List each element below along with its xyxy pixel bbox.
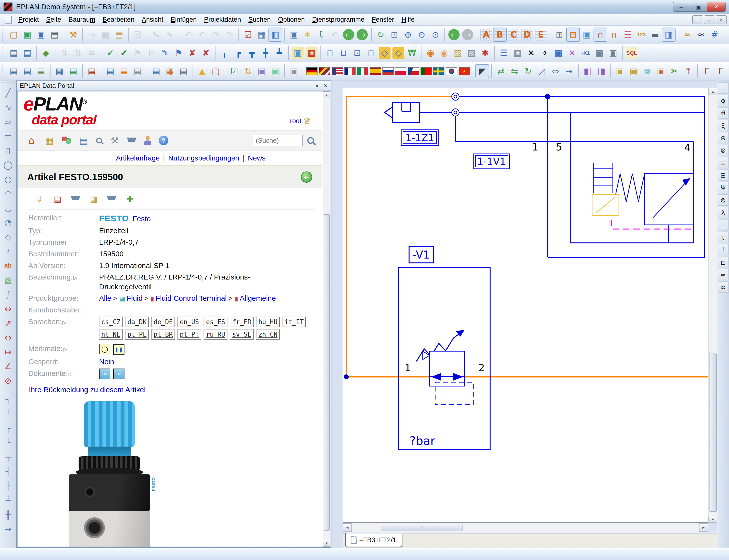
signal-lines-2-icon[interactable]: ≈ bbox=[694, 28, 708, 42]
search-parts-icon[interactable] bbox=[96, 138, 102, 143]
expand-icon[interactable]: ▷ bbox=[73, 275, 77, 281]
language-french-flag-icon[interactable] bbox=[344, 67, 355, 75]
edit-properties-icon[interactable]: ✎ bbox=[158, 46, 172, 60]
search-icon[interactable] bbox=[307, 137, 314, 144]
list-view-icon[interactable]: ☰ bbox=[497, 46, 511, 60]
connection-branch-3-icon[interactable]: ├ bbox=[1, 479, 15, 493]
new-page-icon[interactable]: ✶ bbox=[301, 28, 314, 42]
close-project-icon[interactable]: ▣ bbox=[34, 28, 48, 42]
portal-settings-icon[interactable]: ⚒ bbox=[109, 135, 120, 146]
insert-text-icon[interactable]: ab bbox=[1, 259, 15, 272]
menu-projektdaten[interactable]: Projektdaten bbox=[200, 15, 245, 25]
product-group-link[interactable]: Fluid Control Terminal bbox=[156, 294, 227, 302]
silencer-symbol-1z1[interactable] bbox=[385, 102, 419, 122]
macro-box-1-icon[interactable]: ▣ bbox=[593, 46, 606, 60]
expand-icon[interactable]: ▷ bbox=[69, 371, 72, 377]
close-document-button[interactable]: × bbox=[716, 15, 727, 24]
check-page-icon[interactable]: ☑ bbox=[241, 28, 255, 42]
connection-list-1-icon[interactable]: ▤ bbox=[103, 64, 117, 78]
attribute-round-icon[interactable]: ◯ bbox=[99, 344, 110, 354]
connection-t-down-icon[interactable]: ┳ bbox=[245, 46, 259, 60]
user-account-icon[interactable] bbox=[143, 136, 152, 145]
workspace-d-icon[interactable]: D bbox=[520, 28, 534, 42]
dimension-aligned-icon[interactable]: ↗ bbox=[1, 316, 15, 330]
rail-junction-dot[interactable] bbox=[344, 374, 349, 379]
language-button-pt_BR[interactable]: pt_BR bbox=[151, 329, 175, 340]
connection-cross-icon[interactable]: ╋ bbox=[259, 46, 272, 60]
menu-seite[interactable]: Seite bbox=[42, 15, 65, 25]
language-spanish-flag-icon[interactable] bbox=[370, 67, 381, 75]
signal-lines-1-icon[interactable]: ≈ bbox=[680, 28, 694, 42]
warning-list-icon[interactable]: ▲ bbox=[195, 64, 209, 78]
dimension-radius-icon[interactable]: ⊘ bbox=[1, 374, 15, 388]
product-navigator-icon[interactable] bbox=[61, 136, 71, 145]
connection-branch-1-icon[interactable]: ┬ bbox=[1, 450, 15, 464]
workspace-b-icon[interactable]: B bbox=[493, 28, 507, 42]
insert-symbol-multi-3-icon[interactable]: ⊡ bbox=[350, 46, 364, 60]
zoom-in-icon[interactable]: ⊕ bbox=[401, 28, 415, 42]
print-icon[interactable]: ▤ bbox=[48, 28, 61, 42]
cart-plus-icon[interactable] bbox=[106, 193, 117, 204]
page-navigator-icon[interactable]: ▣ bbox=[287, 28, 301, 42]
plug-1-icon[interactable]: ◉ bbox=[424, 46, 437, 60]
paste-icon[interactable]: ▤ bbox=[112, 28, 126, 42]
draw-arc-icon[interactable]: ◠ bbox=[1, 187, 15, 200]
scroll-down-button[interactable]: ▼ bbox=[323, 540, 330, 547]
insert-manifold-symbol-icon[interactable]: ≡ bbox=[718, 157, 729, 168]
toolbar-grip[interactable] bbox=[2, 65, 4, 78]
window-preview-icon[interactable]: ▥ bbox=[662, 28, 676, 42]
grid-display-icon[interactable]: ⊞ bbox=[553, 28, 566, 42]
check-project-icon[interactable]: ✔ bbox=[103, 46, 117, 60]
connection-branch-4-icon[interactable]: ┴ bbox=[1, 493, 15, 507]
menu-einfügen[interactable]: Einfügen bbox=[167, 15, 200, 25]
new-project-icon[interactable]: ▢ bbox=[7, 28, 20, 42]
cable-list-icon[interactable]: ▤ bbox=[85, 64, 99, 78]
overlap-violet-1-icon[interactable]: ◧ bbox=[581, 64, 595, 78]
connection-cross-full-icon[interactable]: ╋ bbox=[1, 508, 15, 521]
revision-box-icon[interactable]: ▢ bbox=[209, 64, 222, 78]
portal-link-news[interactable]: News bbox=[248, 154, 265, 162]
panel-close-icon[interactable]: ✕ bbox=[323, 83, 328, 89]
minimize-document-button[interactable]: – bbox=[692, 15, 703, 24]
previous-page-icon[interactable]: ← bbox=[342, 28, 355, 42]
group-objects-icon[interactable]: ▣ bbox=[613, 64, 627, 78]
object-snap-icon[interactable]: ∩ bbox=[594, 28, 607, 42]
device-tag-1v1[interactable]: 1-1V1 bbox=[474, 154, 510, 169]
device-tag-v1[interactable]: -V1 bbox=[409, 247, 434, 263]
pneumatic-bus-lines[interactable] bbox=[419, 97, 705, 257]
next-page-icon[interactable]: → bbox=[355, 28, 369, 42]
canvas-vertical-scrollbar[interactable]: ▲ ▼ bbox=[708, 88, 718, 523]
menu-dienstprogramme[interactable]: Dienstprogramme bbox=[308, 15, 368, 25]
regroup-icon[interactable]: ▣ bbox=[654, 64, 668, 78]
insert-special-icon[interactable]: ✱ bbox=[478, 46, 492, 60]
connection-corner-1-icon[interactable]: ┐ bbox=[1, 392, 15, 406]
language-button-hu_HU[interactable]: hu_HU bbox=[256, 317, 280, 327]
sheet-tab[interactable]: =FB3+FT2/1 bbox=[345, 533, 402, 547]
insert-image-icon[interactable]: ▧ bbox=[1, 273, 15, 287]
minimize-button[interactable]: – bbox=[673, 2, 690, 12]
jump-forward-icon[interactable]: → bbox=[461, 28, 475, 42]
mirror-objects-icon[interactable]: ⇋ bbox=[508, 64, 521, 78]
terminal-export-icon[interactable]: ▤ bbox=[34, 64, 48, 78]
language-button-fr_FR[interactable]: fr_FR bbox=[230, 317, 253, 327]
insert-coil-rail-symbol-icon[interactable]: ⊞ bbox=[718, 170, 729, 181]
menu-optionen[interactable]: Optionen bbox=[274, 15, 308, 25]
language-button-da_DK[interactable]: da_DK bbox=[125, 317, 149, 327]
draw-spline-icon[interactable]: ◇ bbox=[1, 230, 15, 244]
connection-corner-icon[interactable]: ┏ bbox=[231, 46, 245, 60]
language-russian-flag-icon[interactable] bbox=[383, 67, 394, 75]
dimension-chain-icon[interactable]: ↔ bbox=[1, 330, 15, 344]
parts-table-icon[interactable]: ▤ bbox=[78, 135, 89, 146]
manufacturer-link[interactable]: Festo bbox=[132, 215, 151, 223]
structure-box-icon[interactable]: ▦ bbox=[304, 46, 318, 60]
clipboard-icon[interactable]: ▣ bbox=[287, 64, 301, 78]
language-italian-flag-icon[interactable] bbox=[357, 67, 368, 75]
dimension-angle-icon[interactable]: ∠ bbox=[1, 359, 15, 373]
language-chinese-flag-icon[interactable]: ★ bbox=[459, 67, 470, 75]
panel-menu-icon[interactable]: ▾ bbox=[315, 83, 318, 89]
terminal-diagram-icon[interactable]: ▤ bbox=[20, 64, 34, 78]
schematic-canvas[interactable]: 1-1Z1 1 5 4 1-1V1 bbox=[343, 88, 708, 522]
connection-list-2-icon[interactable]: ▤ bbox=[117, 64, 131, 78]
align-objects-icon[interactable]: ↑ bbox=[681, 64, 695, 78]
rotate-objects-icon[interactable]: ↻ bbox=[521, 64, 535, 78]
